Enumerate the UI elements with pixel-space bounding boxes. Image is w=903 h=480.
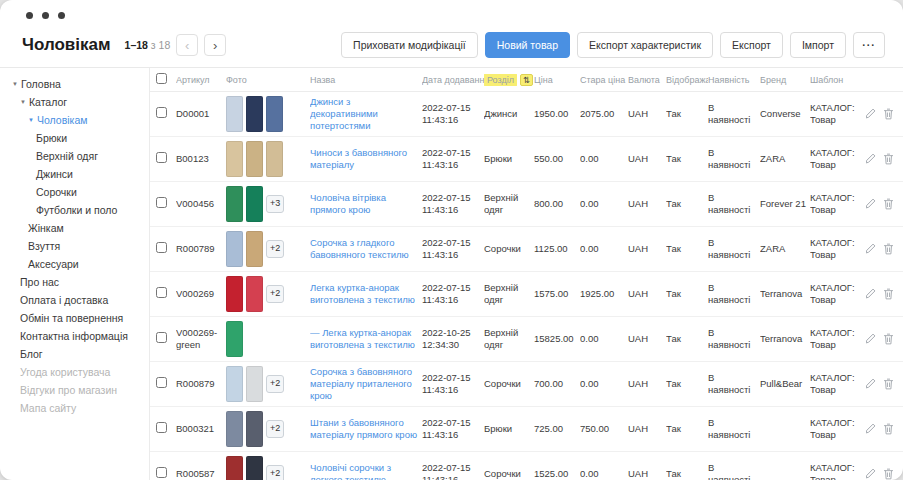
column-header-name[interactable]: Назва	[310, 75, 422, 85]
product-photo-thumbnail[interactable]	[246, 456, 263, 480]
product-name-link[interactable]: Чиноси з бавовняного матеріалу	[310, 147, 407, 170]
product-photo-thumbnail[interactable]	[226, 321, 243, 357]
edit-icon[interactable]	[866, 423, 876, 435]
row-checkbox[interactable]	[156, 242, 167, 253]
product-photo-thumbnail[interactable]	[266, 141, 283, 177]
product-photo-thumbnail[interactable]	[266, 96, 283, 132]
chevron-down-icon[interactable]: ▼	[12, 81, 18, 87]
delete-icon[interactable]	[883, 108, 894, 120]
edit-icon[interactable]	[866, 288, 876, 300]
delete-icon[interactable]	[883, 198, 894, 210]
product-photo-thumbnail[interactable]	[226, 456, 243, 480]
row-checkbox[interactable]	[156, 107, 167, 118]
edit-icon[interactable]	[866, 378, 876, 390]
row-checkbox[interactable]	[156, 197, 167, 208]
more-photos-badge[interactable]: +2	[266, 420, 284, 437]
row-checkbox[interactable]	[156, 332, 167, 343]
product-photo-thumbnail[interactable]	[246, 366, 263, 402]
product-name-link[interactable]: Джинси з декоративними потертостями	[310, 96, 378, 131]
product-name-link[interactable]: Чоловічі сорочки з легкого текстилю	[310, 462, 391, 480]
column-header-availability[interactable]: Наявність	[708, 75, 760, 85]
more-photos-badge[interactable]: +2	[266, 240, 284, 257]
prev-page-button[interactable]: ‹	[176, 34, 198, 56]
sidebar-item-16[interactable]: Угода користувача	[0, 363, 149, 381]
product-photo-thumbnail[interactable]	[226, 366, 243, 402]
product-name-link[interactable]: Легка куртка-анорак виготовлена з тексти…	[310, 282, 415, 305]
sidebar-item-18[interactable]: Мапа сайту	[0, 399, 149, 417]
delete-icon[interactable]	[883, 243, 894, 255]
sidebar-item-6[interactable]: Сорочки	[0, 183, 149, 201]
window-control-dot[interactable]	[58, 12, 65, 19]
sidebar-item-9[interactable]: Взуття	[0, 237, 149, 255]
product-photo-thumbnail[interactable]	[246, 186, 263, 222]
sidebar-item-5[interactable]: Джинси	[0, 165, 149, 183]
more-photos-badge[interactable]: +2	[266, 285, 284, 302]
product-photo-thumbnail[interactable]	[226, 411, 243, 447]
delete-icon[interactable]	[883, 423, 894, 435]
column-header-sku[interactable]: Артикул	[176, 75, 226, 85]
sidebar-item-0[interactable]: ▼ Головна	[0, 75, 149, 93]
window-control-dot[interactable]	[26, 12, 33, 19]
sidebar-item-8[interactable]: Жінкам	[0, 219, 149, 237]
delete-icon[interactable]	[883, 378, 894, 390]
sidebar-item-2[interactable]: ▼ Чоловікам	[0, 111, 149, 129]
column-header-photo[interactable]: Фото	[226, 75, 310, 85]
sidebar-item-14[interactable]: Контактна інформація	[0, 327, 149, 345]
edit-icon[interactable]	[866, 198, 876, 210]
sidebar-item-7[interactable]: Футболки и поло	[0, 201, 149, 219]
sidebar-item-4[interactable]: Верхній одяг	[0, 147, 149, 165]
export-characteristics-button[interactable]: Експорт характеристик	[577, 32, 713, 58]
product-photo-thumbnail[interactable]	[246, 276, 263, 312]
more-actions-button[interactable]: ···	[853, 32, 885, 58]
product-name-link[interactable]: Сорочка з бавовняного матеріалу притален…	[310, 366, 412, 401]
product-name-link[interactable]: Чоловіча вітрівка прямого крою	[310, 192, 386, 215]
sidebar-item-17[interactable]: Відгуки про магазин	[0, 381, 149, 399]
select-all-checkbox[interactable]	[156, 73, 167, 84]
product-name-link[interactable]: — Легка куртка-анорак виготовлена з текс…	[310, 327, 415, 350]
more-photos-badge[interactable]: +3	[266, 195, 284, 212]
sidebar-item-10[interactable]: Аксесуари	[0, 255, 149, 273]
product-photo-thumbnail[interactable]	[226, 276, 243, 312]
export-button[interactable]: Експорт	[720, 32, 783, 58]
delete-icon[interactable]	[883, 333, 894, 345]
column-header-template[interactable]: Шаблон	[810, 75, 866, 85]
row-checkbox[interactable]	[156, 467, 167, 478]
edit-icon[interactable]	[866, 468, 876, 480]
sort-icon[interactable]: ⇅	[520, 74, 533, 86]
delete-icon[interactable]	[883, 288, 894, 300]
new-product-button[interactable]: Новий товар	[485, 32, 570, 58]
product-photo-thumbnail[interactable]	[246, 411, 263, 447]
window-control-dot[interactable]	[42, 12, 49, 19]
column-header-section[interactable]: Розділ⇅	[484, 74, 534, 86]
product-photo-thumbnail[interactable]	[226, 186, 243, 222]
chevron-down-icon[interactable]: ▼	[20, 99, 26, 105]
row-checkbox[interactable]	[156, 287, 167, 298]
sidebar-item-11[interactable]: Про нас	[0, 273, 149, 291]
sidebar-item-15[interactable]: Блог	[0, 345, 149, 363]
sidebar-item-1[interactable]: ▼ Каталог	[0, 93, 149, 111]
more-photos-badge[interactable]: +2	[266, 375, 284, 392]
more-photos-badge[interactable]: +2	[266, 465, 284, 480]
product-name-link[interactable]: Штани з бавовняного матеріалу прямого кр…	[310, 417, 417, 440]
column-header-date[interactable]: Дата додавання	[422, 75, 484, 85]
sidebar-item-3[interactable]: Брюки	[0, 129, 149, 147]
product-photo-thumbnail[interactable]	[246, 96, 263, 132]
delete-icon[interactable]	[883, 468, 894, 480]
import-button[interactable]: Імпорт	[790, 32, 846, 58]
column-header-display[interactable]: Відображати	[666, 75, 708, 85]
row-checkbox[interactable]	[156, 377, 167, 388]
sidebar-item-12[interactable]: Оплата і доставка	[0, 291, 149, 309]
edit-icon[interactable]	[866, 333, 876, 345]
chevron-down-icon[interactable]: ▼	[28, 117, 34, 123]
column-header-brand[interactable]: Бренд	[760, 75, 810, 85]
column-header-currency[interactable]: Валюта	[628, 75, 666, 85]
product-photo-thumbnail[interactable]	[226, 141, 243, 177]
column-header-price[interactable]: Ціна	[534, 75, 580, 85]
column-header-old-price[interactable]: Стара ціна	[580, 75, 628, 85]
row-checkbox[interactable]	[156, 152, 167, 163]
sidebar-item-13[interactable]: Обмін та повернення	[0, 309, 149, 327]
delete-icon[interactable]	[883, 153, 894, 165]
edit-icon[interactable]	[866, 108, 876, 120]
hide-modifications-button[interactable]: Приховати модифікації	[341, 32, 478, 58]
next-page-button[interactable]: ›	[204, 34, 226, 56]
